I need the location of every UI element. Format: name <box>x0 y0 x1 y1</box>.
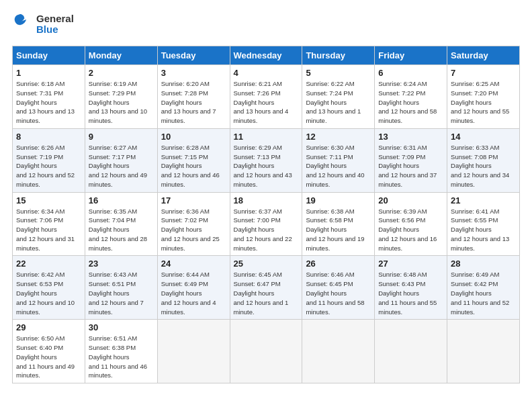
day-header-sunday: Sunday <box>13 46 85 65</box>
calendar-cell: 19Sunrise: 6:38 AMSunset: 6:58 PMDayligh… <box>302 192 375 256</box>
calendar-cell: 7Sunrise: 6:25 AMSunset: 7:20 PMDaylight… <box>447 65 520 129</box>
day-number: 28 <box>451 259 516 269</box>
calendar-cell: 29Sunrise: 6:50 AMSunset: 6:40 PMDayligh… <box>13 320 85 383</box>
day-number: 29 <box>16 322 81 332</box>
day-info: Sunrise: 6:49 AMSunset: 6:42 PMDaylight … <box>451 270 516 316</box>
day-number: 21 <box>451 195 516 205</box>
day-info: Sunrise: 6:42 AMSunset: 6:53 PMDaylight … <box>16 270 81 316</box>
day-info: Sunrise: 6:25 AMSunset: 7:20 PMDaylight … <box>451 79 516 126</box>
logo-container: General Blue <box>12 12 74 36</box>
day-header-saturday: Saturday <box>447 46 520 65</box>
day-info: Sunrise: 6:44 AMSunset: 6:49 PMDaylight … <box>161 270 226 316</box>
day-number: 22 <box>16 259 81 269</box>
day-info: Sunrise: 6:50 AMSunset: 6:40 PMDaylight … <box>16 334 81 380</box>
day-number: 5 <box>306 68 371 78</box>
calendar-cell: 2Sunrise: 6:19 AMSunset: 7:29 PMDaylight… <box>85 65 157 129</box>
day-info: Sunrise: 6:28 AMSunset: 7:15 PMDaylight … <box>161 143 226 189</box>
day-number: 13 <box>378 132 443 142</box>
day-info: Sunrise: 6:18 AMSunset: 7:31 PMDaylight … <box>16 79 81 126</box>
day-info: Sunrise: 6:41 AMSunset: 6:55 PMDaylight … <box>451 207 516 253</box>
calendar-cell: 3Sunrise: 6:20 AMSunset: 7:28 PMDaylight… <box>157 65 230 129</box>
calendar-cell: 10Sunrise: 6:28 AMSunset: 7:15 PMDayligh… <box>157 128 230 192</box>
calendar-cell: 27Sunrise: 6:48 AMSunset: 6:43 PMDayligh… <box>375 256 447 320</box>
day-info: Sunrise: 6:22 AMSunset: 7:24 PMDaylight … <box>306 79 371 126</box>
day-number: 25 <box>234 259 299 269</box>
calendar-cell <box>375 320 447 383</box>
day-info: Sunrise: 6:31 AMSunset: 7:09 PMDaylight … <box>378 143 443 189</box>
day-info: Sunrise: 6:34 AMSunset: 7:06 PMDaylight … <box>16 207 81 253</box>
day-number: 24 <box>161 259 226 269</box>
calendar-cell: 22Sunrise: 6:42 AMSunset: 6:53 PMDayligh… <box>13 256 85 320</box>
day-info: Sunrise: 6:24 AMSunset: 7:22 PMDaylight … <box>378 79 443 126</box>
calendar-cell: 21Sunrise: 6:41 AMSunset: 6:55 PMDayligh… <box>447 192 520 256</box>
logo-blue: Blue <box>36 24 74 36</box>
calendar-cell: 28Sunrise: 6:49 AMSunset: 6:42 PMDayligh… <box>447 256 520 320</box>
calendar-cell: 11Sunrise: 6:29 AMSunset: 7:13 PMDayligh… <box>230 128 302 192</box>
day-header-friday: Friday <box>375 46 447 65</box>
calendar-cell: 4Sunrise: 6:21 AMSunset: 7:26 PMDaylight… <box>230 65 302 129</box>
day-number: 19 <box>306 195 371 205</box>
calendar-cell: 8Sunrise: 6:26 AMSunset: 7:19 PMDaylight… <box>13 128 85 192</box>
day-number: 26 <box>306 259 371 269</box>
day-info: Sunrise: 6:19 AMSunset: 7:29 PMDaylight … <box>89 79 154 126</box>
day-number: 10 <box>161 132 226 142</box>
day-info: Sunrise: 6:36 AMSunset: 7:02 PMDaylight … <box>161 207 226 253</box>
day-info: Sunrise: 6:35 AMSunset: 7:04 PMDaylight … <box>89 207 154 253</box>
day-header-wednesday: Wednesday <box>230 46 302 65</box>
day-info: Sunrise: 6:45 AMSunset: 6:47 PMDaylight … <box>234 270 299 316</box>
calendar-cell: 9Sunrise: 6:27 AMSunset: 7:17 PMDaylight… <box>85 128 157 192</box>
calendar-cell: 6Sunrise: 6:24 AMSunset: 7:22 PMDaylight… <box>375 65 447 129</box>
logo-bird-icon <box>12 12 36 36</box>
day-info: Sunrise: 6:27 AMSunset: 7:17 PMDaylight … <box>89 143 154 189</box>
day-number: 18 <box>234 195 299 205</box>
calendar-cell: 20Sunrise: 6:39 AMSunset: 6:56 PMDayligh… <box>375 192 447 256</box>
header: General Blue <box>12 12 520 36</box>
calendar-cell: 30Sunrise: 6:51 AMSunset: 6:38 PMDayligh… <box>85 320 157 383</box>
calendar-cell: 16Sunrise: 6:35 AMSunset: 7:04 PMDayligh… <box>85 192 157 256</box>
calendar-cell: 1Sunrise: 6:18 AMSunset: 7:31 PMDaylight… <box>13 65 85 129</box>
calendar-cell: 17Sunrise: 6:36 AMSunset: 7:02 PMDayligh… <box>157 192 230 256</box>
day-number: 9 <box>89 132 154 142</box>
day-number: 1 <box>16 68 81 78</box>
day-number: 8 <box>16 132 81 142</box>
calendar-cell <box>302 320 375 383</box>
calendar-cell <box>230 320 302 383</box>
calendar-cell: 13Sunrise: 6:31 AMSunset: 7:09 PMDayligh… <box>375 128 447 192</box>
calendar-cell: 14Sunrise: 6:33 AMSunset: 7:08 PMDayligh… <box>447 128 520 192</box>
day-header-monday: Monday <box>85 46 157 65</box>
day-info: Sunrise: 6:37 AMSunset: 7:00 PMDaylight … <box>234 207 299 253</box>
day-number: 14 <box>451 132 516 142</box>
day-number: 27 <box>378 259 443 269</box>
day-number: 15 <box>16 195 81 205</box>
day-number: 3 <box>161 68 226 78</box>
day-header-row: SundayMondayTuesdayWednesdayThursdayFrid… <box>13 46 520 65</box>
calendar-cell: 15Sunrise: 6:34 AMSunset: 7:06 PMDayligh… <box>13 192 85 256</box>
day-number: 7 <box>451 68 516 78</box>
calendar-cell: 18Sunrise: 6:37 AMSunset: 7:00 PMDayligh… <box>230 192 302 256</box>
day-number: 2 <box>89 68 154 78</box>
calendar-cell: 23Sunrise: 6:43 AMSunset: 6:51 PMDayligh… <box>85 256 157 320</box>
day-info: Sunrise: 6:38 AMSunset: 6:58 PMDaylight … <box>306 207 371 253</box>
calendar-cell <box>447 320 520 383</box>
day-number: 11 <box>234 132 299 142</box>
calendar-cell <box>157 320 230 383</box>
day-number: 17 <box>161 195 226 205</box>
day-number: 4 <box>234 68 299 78</box>
day-number: 12 <box>306 132 371 142</box>
day-number: 30 <box>89 322 154 332</box>
day-number: 6 <box>378 68 443 78</box>
calendar-cell: 12Sunrise: 6:30 AMSunset: 7:11 PMDayligh… <box>302 128 375 192</box>
logo-general: General <box>36 13 74 25</box>
day-info: Sunrise: 6:26 AMSunset: 7:19 PMDaylight … <box>16 143 81 189</box>
logo-text: General Blue <box>36 13 74 36</box>
calendar-cell: 5Sunrise: 6:22 AMSunset: 7:24 PMDaylight… <box>302 65 375 129</box>
calendar-cell: 25Sunrise: 6:45 AMSunset: 6:47 PMDayligh… <box>230 256 302 320</box>
day-info: Sunrise: 6:29 AMSunset: 7:13 PMDaylight … <box>234 143 299 189</box>
calendar-cell: 26Sunrise: 6:46 AMSunset: 6:45 PMDayligh… <box>302 256 375 320</box>
day-info: Sunrise: 6:39 AMSunset: 6:56 PMDaylight … <box>378 207 443 253</box>
day-info: Sunrise: 6:33 AMSunset: 7:08 PMDaylight … <box>451 143 516 189</box>
day-number: 20 <box>378 195 443 205</box>
logo: General Blue <box>12 12 74 36</box>
day-number: 16 <box>89 195 154 205</box>
day-info: Sunrise: 6:20 AMSunset: 7:28 PMDaylight … <box>161 79 226 126</box>
